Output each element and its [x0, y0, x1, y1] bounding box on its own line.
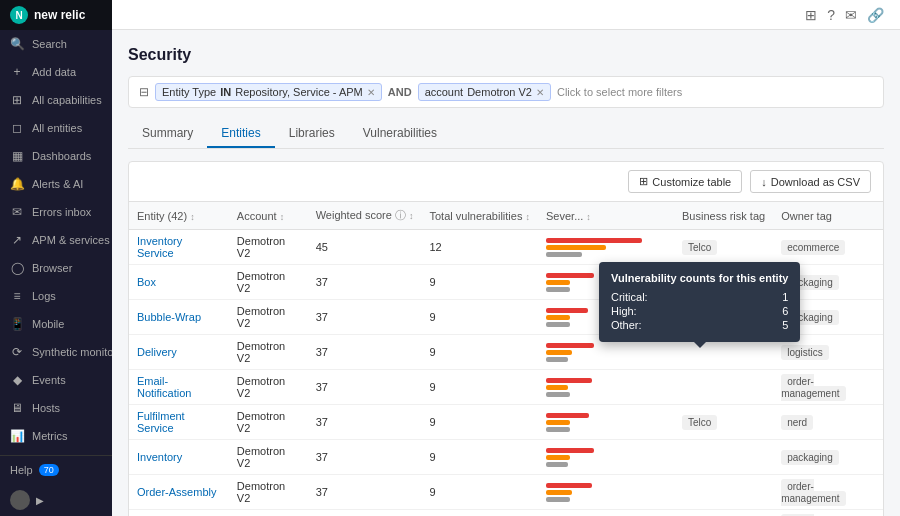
cell-account: Demotron V2 — [229, 440, 308, 475]
account-close-icon[interactable]: ✕ — [536, 87, 544, 98]
sidebar-item-metrics[interactable]: 📊 Metrics — [0, 422, 112, 450]
sidebar-item-mobile[interactable]: 📱 Mobile — [0, 310, 112, 338]
cell-score: 37 — [308, 475, 422, 510]
synthetic-icon: ⟳ — [10, 345, 24, 359]
sidebar-item-events[interactable]: ◆ Events — [0, 366, 112, 394]
entity-link[interactable]: Box — [137, 276, 156, 288]
sidebar-item-add-data[interactable]: + Add data — [0, 58, 112, 86]
entity-link[interactable]: Fulfilment Service — [137, 410, 185, 434]
table-row: Email-Notification Demotron V2 37 9 orde… — [129, 370, 883, 405]
sidebar-logo: N new relic — [0, 0, 112, 30]
question-topbar-icon[interactable]: ? — [827, 7, 835, 23]
entity-link[interactable]: Inventory Service — [137, 235, 182, 259]
cell-account: Demotron V2 — [229, 405, 308, 440]
tab-vulnerabilities[interactable]: Vulnerabilities — [349, 120, 451, 148]
col-severity: Sever... ↕ — [538, 202, 674, 230]
entity-link[interactable]: Email-Notification — [137, 375, 191, 399]
sidebar-label-all-entities: All entities — [32, 122, 82, 134]
vuln-sort-icon[interactable]: ↕ — [526, 212, 531, 222]
customize-table-button[interactable]: ⊞ Customize table — [628, 170, 742, 193]
cell-account: Demotron V2 — [229, 370, 308, 405]
sidebar-item-all-capabilities[interactable]: ⊞ All capabilities — [0, 86, 112, 114]
dashboards-icon: ▦ — [10, 149, 24, 163]
download-csv-button[interactable]: ↓ Download as CSV — [750, 170, 871, 193]
severity-sort-icon[interactable]: ↕ — [586, 212, 591, 222]
sidebar-label-mobile: Mobile — [32, 318, 64, 330]
cell-severity — [538, 475, 674, 510]
sidebar-item-logs[interactable]: ≡ Logs — [0, 282, 112, 310]
entity-link[interactable]: Order-Assembly — [137, 486, 216, 498]
sidebar-item-errors-inbox[interactable]: ✉ Errors inbox — [0, 198, 112, 226]
cell-score: 45 — [308, 230, 422, 265]
expand-icon[interactable]: ▶ — [36, 495, 44, 506]
owner-tag: order-management — [781, 479, 845, 506]
mail-topbar-icon[interactable]: ✉ — [845, 7, 857, 23]
entity-link[interactable]: Bubble-Wrap — [137, 311, 201, 323]
sidebar-item-dashboards[interactable]: ▦ Dashboards — [0, 142, 112, 170]
table-row: Inventory Demotron V2 37 9 packaging — [129, 440, 883, 475]
cell-biz-risk: Telco — [674, 405, 773, 440]
score-sort-icon[interactable]: ↕ — [409, 211, 414, 221]
cell-entity: Fulfilment Service — [129, 405, 229, 440]
mobile-icon: 📱 — [10, 317, 24, 331]
table-container: ⊞ Customize table ↓ Download as CSV Vuln… — [128, 161, 884, 516]
customize-label: Customize table — [652, 176, 731, 188]
tab-summary[interactable]: Summary — [128, 120, 207, 148]
tab-libraries[interactable]: Libraries — [275, 120, 349, 148]
cell-entity: Inventory — [129, 440, 229, 475]
account-sort-icon[interactable]: ↕ — [280, 212, 285, 222]
account-filter-value: Demotron V2 — [467, 86, 532, 98]
grid-topbar-icon[interactable]: ⊞ — [805, 7, 817, 23]
sidebar-item-hosts[interactable]: 🖥 Hosts — [0, 394, 112, 422]
cell-score: 37 — [308, 265, 422, 300]
cell-total-vuln: 9 — [422, 475, 539, 510]
cell-owner: packaging — [773, 440, 883, 475]
tooltip-other-label: Other: — [611, 319, 642, 331]
sidebar-label-alerts-ai: Alerts & AI — [32, 178, 83, 190]
table-actions: ⊞ Customize table ↓ Download as CSV — [129, 162, 883, 202]
tab-entities[interactable]: Entities — [207, 120, 274, 148]
high-bar — [546, 385, 568, 390]
sidebar: N new relic 🔍 Search + Add data ⊞ All ca… — [0, 0, 112, 516]
avatar[interactable] — [10, 490, 30, 510]
and-label: AND — [388, 86, 412, 98]
owner-tag: ecommerce — [781, 240, 845, 255]
more-filters-label[interactable]: Click to select more filters — [557, 86, 682, 98]
help-badge: 70 — [39, 464, 59, 476]
table-row: Order-Assembly Demotron V2 37 9 order-ma… — [129, 475, 883, 510]
sidebar-item-alerts-ai[interactable]: 🔔 Alerts & AI — [0, 170, 112, 198]
sidebar-item-synthetic[interactable]: ⟳ Synthetic monitoring — [0, 338, 112, 366]
sidebar-item-search[interactable]: 🔍 Search — [0, 30, 112, 58]
entity-sort-icon[interactable]: ↕ — [190, 212, 195, 222]
table-header-row: Entity (42) ↕ Account ↕ Weighted score ⓘ… — [129, 202, 883, 230]
entity-link[interactable]: Delivery — [137, 346, 177, 358]
hosts-icon: 🖥 — [10, 401, 24, 415]
critical-bar — [546, 378, 592, 383]
plus-icon: + — [10, 65, 24, 79]
info-icon[interactable]: ⓘ — [395, 209, 406, 221]
sidebar-item-apm[interactable]: ↗ APM & services — [0, 226, 112, 254]
cell-score: 37 — [308, 510, 422, 517]
other-bar — [546, 462, 568, 467]
vuln-bars — [546, 448, 666, 467]
help-label[interactable]: Help — [10, 464, 33, 476]
sidebar-label-search: Search — [32, 38, 67, 50]
entity-type-close-icon[interactable]: ✕ — [367, 87, 375, 98]
cell-total-vuln: 9 — [422, 265, 539, 300]
cell-entity: Bubble-Wrap — [129, 300, 229, 335]
sidebar-item-browser[interactable]: ◯ Browser — [0, 254, 112, 282]
sidebar-item-all-entities[interactable]: ◻ All entities — [0, 114, 112, 142]
metrics-icon: 📊 — [10, 429, 24, 443]
cell-total-vuln: 9 — [422, 510, 539, 517]
topbar: ⊞ ? ✉ 🔗 — [112, 0, 900, 30]
cell-entity: Email-Notification — [129, 370, 229, 405]
entity-link[interactable]: Inventory — [137, 451, 182, 463]
cell-severity — [538, 370, 674, 405]
entity-type-filter[interactable]: Entity Type IN Repository, Service - APM… — [155, 83, 382, 101]
account-filter[interactable]: account Demotron V2 ✕ — [418, 83, 551, 101]
high-bar — [546, 280, 570, 285]
sidebar-label-synthetic: Synthetic monitoring — [32, 346, 112, 358]
cell-account: Demotron V2 — [229, 510, 308, 517]
link-topbar-icon[interactable]: 🔗 — [867, 7, 884, 23]
in-label: IN — [220, 86, 231, 98]
